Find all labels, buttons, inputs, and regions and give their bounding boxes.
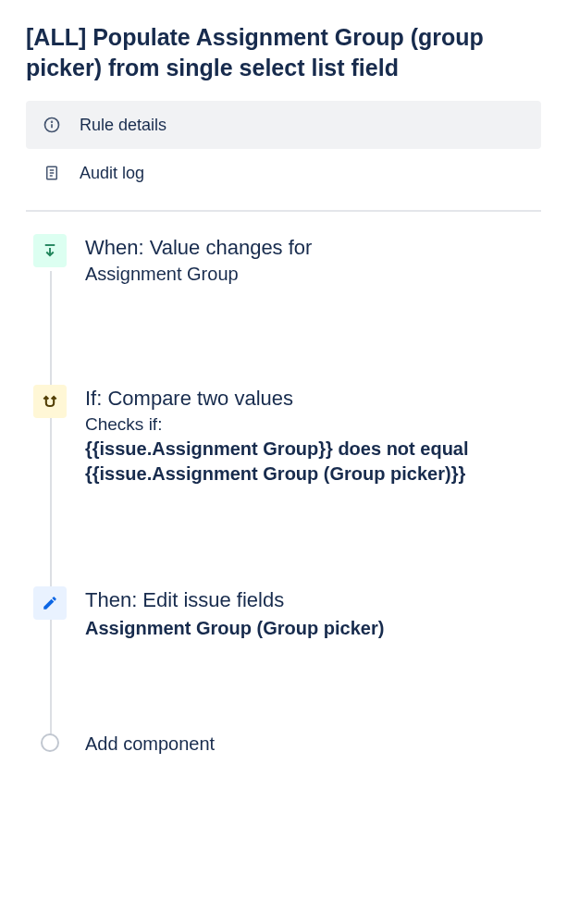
edit-icon bbox=[33, 586, 67, 620]
trigger-field: Assignment Group bbox=[85, 264, 312, 285]
add-component-label: Add component bbox=[85, 733, 215, 755]
trigger-title: When: Value changes for bbox=[85, 236, 312, 260]
rule-details-label: Rule details bbox=[80, 116, 166, 135]
condition-title: If: Compare two values bbox=[85, 387, 541, 411]
condition-detail: {{issue.Assignment Group}} does not equa… bbox=[85, 437, 541, 487]
condition-subtitle: Checks if: bbox=[85, 414, 541, 435]
automation-timeline: When: Value changes for Assignment Group… bbox=[26, 234, 541, 755]
action-detail: Assignment Group (Group picker) bbox=[85, 616, 384, 641]
info-icon bbox=[41, 114, 63, 136]
document-icon bbox=[41, 162, 63, 184]
action-title: Then: Edit issue fields bbox=[85, 588, 384, 612]
trigger-step[interactable]: When: Value changes for Assignment Group bbox=[33, 234, 541, 285]
condition-icon bbox=[33, 385, 67, 418]
action-step[interactable]: Then: Edit issue fields Assignment Group… bbox=[33, 586, 541, 641]
svg-point-2 bbox=[52, 121, 53, 122]
timeline-connector bbox=[50, 271, 52, 738]
condition-step[interactable]: If: Compare two values Checks if: {{issu… bbox=[33, 385, 541, 487]
add-component-step[interactable]: Add component bbox=[33, 733, 541, 755]
divider bbox=[26, 210, 541, 212]
audit-log-item[interactable]: Audit log bbox=[26, 149, 541, 197]
rule-details-item[interactable]: Rule details bbox=[26, 101, 541, 149]
trigger-icon bbox=[33, 234, 67, 267]
rule-title: [ALL] Populate Assignment Group (group p… bbox=[26, 22, 541, 82]
audit-log-label: Audit log bbox=[80, 164, 144, 183]
add-circle-icon bbox=[41, 733, 59, 752]
